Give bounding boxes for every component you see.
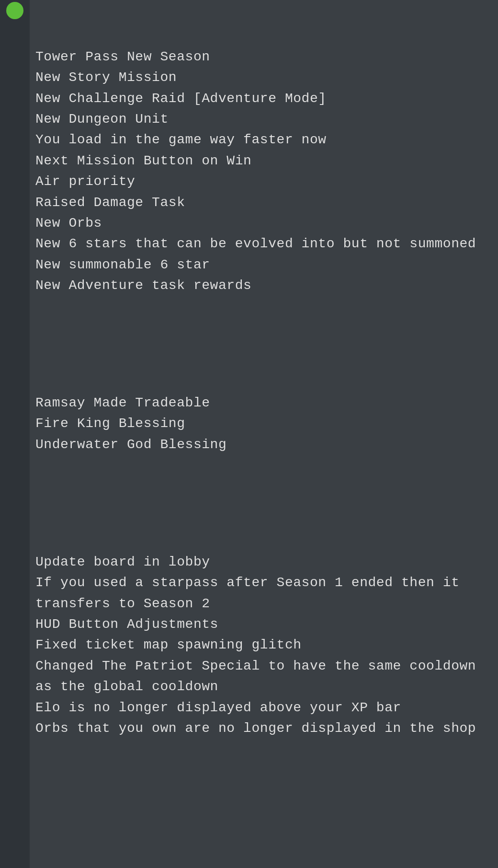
spacer1 (35, 337, 488, 351)
patch-note-line: You load in the game way faster now (35, 129, 488, 150)
patch-note-line: Next Mission Button on Win (35, 150, 488, 171)
group1-block: Tower Pass New SeasonNew Story MissionNe… (35, 46, 488, 296)
patch-note-line: Changed The Patriot Special to have the … (35, 656, 488, 697)
spacer2 (35, 497, 488, 510)
patch-note-line: New Dungeon Unit (35, 109, 488, 129)
patch-note-line: Orbs that you own are no longer displaye… (35, 718, 488, 739)
patch-note-line: Underwater God Blessing (35, 434, 488, 455)
patch-note-line: HUD Button Adjustments (35, 614, 488, 635)
patch-note-line: New Orbs (35, 213, 488, 233)
page-container: Tower Pass New SeasonNew Story MissionNe… (0, 0, 498, 868)
profile-icon (6, 2, 23, 19)
patch-note-line: New Story Mission (35, 67, 488, 88)
patch-note-line: Tower Pass New Season (35, 46, 488, 67)
patch-note-line: Fire King Blessing (35, 413, 488, 434)
patch-note-line: New summonable 6 star (35, 255, 488, 275)
patch-note-line: Ramsay Made Tradeable (35, 393, 488, 413)
patch-note-line: Raised Damage Task (35, 192, 488, 213)
group3-block: Update board in lobbyIf you used a starp… (35, 552, 488, 739)
patch-note-line: Air priority (35, 171, 488, 192)
patch-notes-text: Tower Pass New SeasonNew Story MissionNe… (35, 5, 488, 780)
patch-note-line: Update board in lobby (35, 552, 488, 572)
patch-note-line: If you used a starpass after Season 1 en… (35, 572, 488, 614)
left-sidebar (0, 0, 30, 868)
patch-note-line: New Adventure task rewards (35, 275, 488, 296)
patch-note-line: New 6 stars that can be evolved into but… (35, 233, 488, 254)
group2-block: Ramsay Made TradeableFire King BlessingU… (35, 393, 488, 455)
patch-note-line: New Challenge Raid [Adventure Mode] (35, 88, 488, 109)
patch-note-line: Elo is no longer displayed above your XP… (35, 697, 488, 718)
content-area: Tower Pass New SeasonNew Story MissionNe… (30, 0, 498, 868)
patch-note-line: Fixed ticket map spawning glitch (35, 635, 488, 655)
